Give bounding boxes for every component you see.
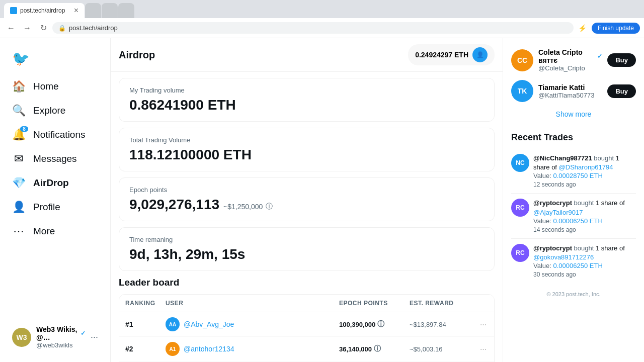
notification-badge: 8 [20,126,28,132]
user-more-icon[interactable]: ··· [91,332,98,342]
epoch-points-value: 9,029,276,113 [129,197,219,213]
sidebar-item-airdrop[interactable]: 💎 AirDrop [6,171,104,195]
trade-wrap: RC @ryptocrypt bought 1 share of @gokova… [511,244,636,278]
info-icon[interactable]: ⓘ [374,344,381,353]
trade-text: @ryptocrypt bought 1 share of @AjayTailo… [533,199,636,217]
sidebar-item-label: More [33,226,55,237]
follow-info: Coleta Cripto вяттє ✓ @Coleta_Cripto [538,48,602,72]
trade-action: bought [574,244,596,252]
trade-time: 12 seconds ago [533,181,636,188]
buy-button[interactable]: Buy [607,84,636,98]
sidebar-item-label: Profile [33,202,60,213]
trade-value-link[interactable]: 0.00028750 ETH [553,172,603,179]
show-more-link[interactable]: Show more [511,106,636,122]
points-cell: 36,140,000 ⓘ [333,339,404,358]
page-title: Airdrop [119,49,155,61]
active-tab[interactable]: post.tech/airdrop × [4,3,85,18]
sidebar-item-explore[interactable]: 🔍 Explore [6,99,104,122]
home-icon: 🏠 [12,80,25,93]
user-cell: A1 @antohor12134 [159,337,333,361]
avatar: CC [511,49,533,71]
leaderboard-title: Leader board [119,277,495,288]
leaderboard-rows: #1 AA @Abv_Avg_Joe 100,390,000 ⓘ ~$13,89… [119,312,494,362]
extensions-button[interactable]: ⚡ [576,21,590,35]
trade-target[interactable]: @AjayTailor9017 [533,209,583,216]
other-tab[interactable] [102,3,118,18]
lock-icon: 🔒 [58,25,66,32]
trade-actor: @NicChang987721 [533,154,592,162]
refresh-button[interactable]: ↻ [36,21,50,35]
back-button[interactable]: ← [4,21,18,35]
notification-icon: 🔔 8 [12,128,25,141]
total-trading-volume-label: Total Trading Volume [129,136,484,144]
user-link[interactable]: @Abv_Avg_Joe [184,320,234,328]
forward-button[interactable]: → [20,21,34,35]
trade-target[interactable]: @DSharonp61794 [559,163,613,171]
col-user: USER [159,295,333,312]
row-info-icon[interactable]: ⋯ [474,340,494,358]
profile-icon: 👤 [12,201,25,214]
total-trading-volume-value: 118.12100000 ETH [129,147,484,163]
trade-item: RC @ryptocrypt bought 1 share of @gokova… [511,239,636,283]
recent-trades-title: Recent Trades [511,132,636,143]
recent-trades: Recent Trades NC @NicChang987721 bought … [511,132,636,283]
user-cell: AA @Abv_Avg_Joe [159,312,333,336]
buy-button[interactable]: Buy [607,53,636,67]
time-remaining-value: 9d, 13h, 29m, 15s [129,246,484,262]
my-trading-volume-value: 0.86241900 ETH [129,97,484,113]
sidebar-item-messages[interactable]: ✉ Messages [6,147,104,170]
trade-actor: @ryptocrypt [533,244,572,252]
table-header: RANKING USER EPOCH POINTS EST. REWARD [119,295,494,312]
other-tabs [85,3,134,18]
follow-item: CC Coleta Cripto вяттє ✓ @Coleta_Cripto … [511,44,636,76]
leaderboard-table: RANKING USER EPOCH POINTS EST. REWARD #1… [119,294,495,362]
user-name: Web3 Wikis, @… ✓ [36,325,86,341]
sidebar-item-notifications[interactable]: 🔔 8 Notifications [6,123,104,146]
follow-section: CC Coleta Cripto вяттє ✓ @Coleta_Cripto … [511,44,636,122]
sidebar-nav: 🏠 Home 🔍 Explore 🔔 8 Notifications ✉ Mes… [6,75,104,320]
trade-action: bought [594,154,615,162]
logo-icon: 🐦 [12,50,30,67]
trade-value: Value: 0.00006250 ETH [533,262,636,269]
trade-item: NC @NicChang987721 bought 1 share of @DS… [511,149,636,194]
row-info-icon[interactable]: ⋯ [474,316,494,333]
leaderboard: Leader board RANKING USER EPOCH POINTS E… [111,277,503,362]
col-points: EPOCH POINTS [333,295,404,312]
sidebar-item-label: Notifications [33,129,86,140]
more-icon: ⋯ [12,225,25,238]
sidebar-item-home[interactable]: 🏠 Home [6,75,104,98]
table-row: #1 AA @Abv_Avg_Joe 100,390,000 ⓘ ~$13,89… [119,312,494,337]
info-icon[interactable]: ⓘ [377,320,384,329]
follow-info: Tiamarie Katti @KattiTlama50773 [538,83,602,99]
messages-icon: ✉ [12,152,25,165]
sidebar-item-profile[interactable]: 👤 Profile [6,196,104,219]
trade-target[interactable]: @gokova891712276 [533,253,594,261]
finish-update-button[interactable]: Finish update [592,23,640,34]
sidebar-item-more[interactable]: ⋯ More [6,220,104,243]
trade-qty: 1 share of [596,244,625,252]
user-eth-avatar: 👤 [472,47,488,62]
trade-time: 14 seconds ago [533,226,636,233]
follow-name: Coleta Cripto вяттє ✓ [538,48,602,64]
sidebar-user[interactable]: W3 Web3 Wikis, @… ✓ @web3wikls ··· [6,320,104,354]
tab-close-icon[interactable]: × [74,6,78,15]
other-tab[interactable] [85,3,101,18]
user-handle: @web3wikls [36,341,86,349]
avatar: TK [511,80,533,102]
trade-value-link[interactable]: 0.00006250 ETH [553,262,603,269]
explore-icon: 🔍 [12,104,25,117]
footer: © 2023 post.tech, Inc. [511,283,636,305]
address-bar[interactable]: 🔒 post.tech/airdrop [52,22,574,34]
other-tab[interactable] [118,3,134,18]
trade-text: @ryptocrypt bought 1 share of @gokova891… [533,244,636,262]
reward-cell: ~$5,003.16 [404,340,474,358]
trade-value: Value: 0.00028750 ETH [533,172,636,179]
user-link[interactable]: @antohor12134 [184,345,234,353]
sidebar-item-label: AirDrop [33,177,69,189]
info-icon[interactable]: ⓘ [266,202,273,211]
sidebar-item-label: Explore [33,105,65,116]
app-container: 🐦 🏠 Home 🔍 Explore 🔔 8 Notifications ✉ M… [0,38,644,362]
trade-value-link[interactable]: 0.00006250 ETH [553,217,603,225]
stats-cards: My Trading volume 0.86241900 ETH Total T… [111,72,503,277]
verified-icon: ✓ [80,330,86,337]
